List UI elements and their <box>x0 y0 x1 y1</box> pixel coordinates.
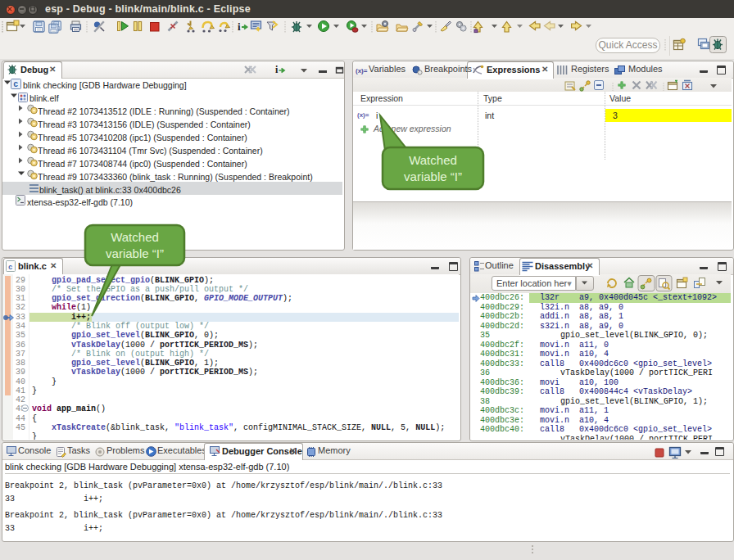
svg-text:i: i <box>238 20 241 33</box>
svg-text:c: c <box>13 80 18 89</box>
svg-text:i: i <box>275 64 279 75</box>
svg-text:(x)=: (x)= <box>356 67 368 75</box>
svg-text:(x)=: (x)= <box>357 111 369 119</box>
svg-text:c: c <box>8 264 12 272</box>
